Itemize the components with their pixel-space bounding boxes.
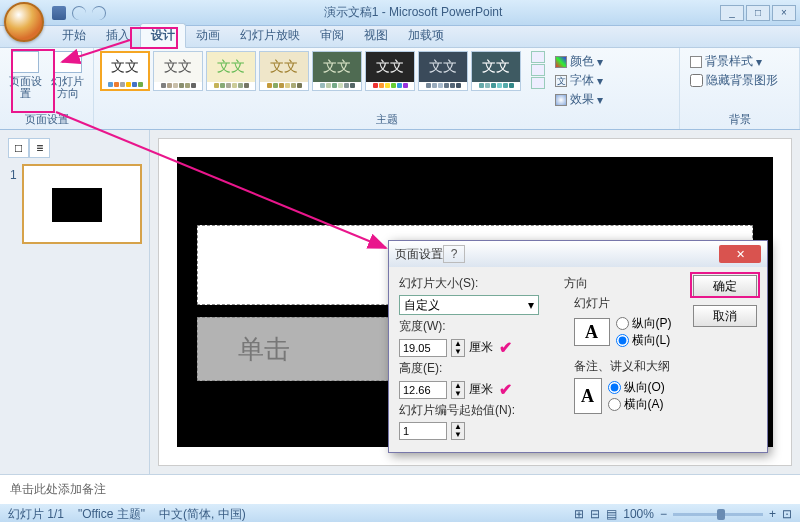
height-label: 高度(E): [399, 360, 554, 377]
orientation-preview-notes: A [574, 378, 602, 414]
fonts-menu[interactable]: 文字体 ▾ [555, 72, 603, 89]
redo-icon[interactable] [92, 6, 106, 20]
page-setup-button[interactable]: 页面设置 [6, 51, 45, 99]
dialog-titlebar[interactable]: 页面设置 ? ✕ [389, 241, 767, 267]
theme-thumbnail[interactable]: 文文 [312, 51, 362, 91]
width-spinner[interactable]: ▲▼ [451, 339, 465, 357]
status-language: 中文(简体, 中国) [159, 506, 246, 523]
check-icon: ✔ [499, 380, 512, 399]
cancel-button[interactable]: 取消 [693, 305, 757, 327]
dialog-title: 页面设置 [395, 246, 443, 263]
tab-addins[interactable]: 加载项 [398, 24, 454, 47]
window-title: 演示文稿1 - Microsoft PowerPoint [106, 4, 720, 21]
colors-menu[interactable]: 颜色 ▾ [555, 53, 603, 70]
theme-thumbnail[interactable]: 文文 [418, 51, 468, 91]
theme-thumbnail[interactable]: 文文 [206, 51, 256, 91]
view-sorter-icon[interactable]: ⊟ [590, 507, 600, 521]
view-normal-icon[interactable]: ⊞ [574, 507, 584, 521]
quick-access-toolbar [52, 6, 106, 20]
height-spinner[interactable]: ▲▼ [451, 381, 465, 399]
background-styles-menu[interactable]: 背景样式 ▾ [690, 53, 789, 70]
group-label-themes: 主题 [100, 110, 673, 129]
tab-insert[interactable]: 插入 [96, 24, 140, 47]
width-input[interactable] [399, 339, 447, 357]
view-slideshow-icon[interactable]: ▤ [606, 507, 617, 521]
zoom-level[interactable]: 100% [623, 507, 654, 521]
dialog-help-icon[interactable]: ? [443, 245, 465, 263]
theme-thumbnail[interactable]: 文文 [471, 51, 521, 91]
group-label-pagesetup: 页面设置 [6, 110, 87, 129]
status-theme: "Office 主题" [78, 506, 145, 523]
undo-icon[interactable] [72, 6, 86, 20]
check-icon: ✔ [499, 338, 512, 357]
zoom-out-icon[interactable]: − [660, 507, 667, 521]
chevron-down-icon: ▾ [528, 298, 534, 312]
window-controls: _ □ × [720, 5, 796, 21]
slides-orient-label: 幻灯片 [574, 295, 680, 312]
notes-pane[interactable]: 单击此处添加备注 [0, 474, 800, 504]
ribbon-tabs: 开始 插入 设计 动画 幻灯片放映 审阅 视图 加载项 [0, 26, 800, 48]
notes-orient-label: 备注、讲义和大纲 [574, 358, 680, 375]
maximize-button[interactable]: □ [746, 5, 770, 21]
notes-portrait-radio[interactable] [608, 381, 621, 394]
hide-background-checkbox[interactable]: 隐藏背景图形 [690, 72, 789, 89]
office-button[interactable] [4, 2, 44, 42]
theme-thumbnail[interactable]: 文文 [153, 51, 203, 91]
slide-orientation-button[interactable]: 幻灯片 方向 [49, 51, 88, 99]
tab-review[interactable]: 审阅 [310, 24, 354, 47]
save-icon[interactable] [52, 6, 66, 20]
theme-thumbnail[interactable]: 文文 [365, 51, 415, 91]
notes-landscape-radio[interactable] [608, 398, 621, 411]
orientation-label: 方向 [564, 275, 680, 292]
title-bar: 演示文稿1 - Microsoft PowerPoint _ □ × [0, 0, 800, 26]
start-number-label: 幻灯片编号起始值(N): [399, 402, 554, 419]
tab-design[interactable]: 设计 [140, 23, 186, 48]
slides-portrait-radio[interactable] [616, 317, 629, 330]
themes-up-icon[interactable] [531, 51, 545, 63]
group-label-background: 背景 [686, 110, 793, 129]
tab-view[interactable]: 视图 [354, 24, 398, 47]
page-setup-dialog: 页面设置 ? ✕ 幻灯片大小(S): 自定义▾ 宽度(W): ▲▼厘米✔ 高度(… [388, 240, 768, 453]
tab-home[interactable]: 开始 [52, 24, 96, 47]
zoom-slider[interactable] [673, 513, 763, 516]
minimize-button[interactable]: _ [720, 5, 744, 21]
ribbon: 页面设置 幻灯片 方向 页面设置 文文文文文文文文文文文文文文文文 颜色 ▾ 文… [0, 48, 800, 130]
height-input[interactable] [399, 381, 447, 399]
theme-thumbnail[interactable]: 文文 [259, 51, 309, 91]
theme-options: 颜色 ▾ 文字体 ▾ 效果 ▾ [551, 51, 607, 110]
start-number-input[interactable] [399, 422, 447, 440]
start-number-spinner[interactable]: ▲▼ [451, 422, 465, 440]
slide-thumbnail-1[interactable] [22, 164, 142, 244]
tab-animation[interactable]: 动画 [186, 24, 230, 47]
zoom-in-icon[interactable]: + [769, 507, 776, 521]
slides-landscape-radio[interactable] [616, 334, 629, 347]
themes-gallery[interactable]: 文文文文文文文文文文文文文文文文 [100, 51, 521, 91]
theme-thumbnail[interactable]: 文文 [100, 51, 150, 91]
ok-button[interactable]: 确定 [693, 275, 757, 297]
themes-more-icon[interactable] [531, 77, 545, 89]
status-bar: 幻灯片 1/1 "Office 主题" 中文(简体, 中国) ⊞ ⊟ ▤ 100… [0, 504, 800, 522]
slide-thumbnail-pane: □≡ [0, 130, 150, 474]
status-slide-number: 幻灯片 1/1 [8, 506, 64, 523]
fit-window-icon[interactable]: ⊡ [782, 507, 792, 521]
dialog-close-icon[interactable]: ✕ [719, 245, 761, 263]
tab-slideshow[interactable]: 幻灯片放映 [230, 24, 310, 47]
orientation-preview-slides: A [574, 318, 610, 346]
slide-size-select[interactable]: 自定义▾ [399, 295, 539, 315]
width-label: 宽度(W): [399, 318, 554, 335]
themes-down-icon[interactable] [531, 64, 545, 76]
thumb-tab-outline[interactable]: ≡ [29, 138, 50, 158]
thumb-tab-slides[interactable]: □ [8, 138, 29, 158]
close-button[interactable]: × [772, 5, 796, 21]
slide-size-label: 幻灯片大小(S): [399, 275, 554, 292]
effects-menu[interactable]: 效果 ▾ [555, 91, 603, 108]
